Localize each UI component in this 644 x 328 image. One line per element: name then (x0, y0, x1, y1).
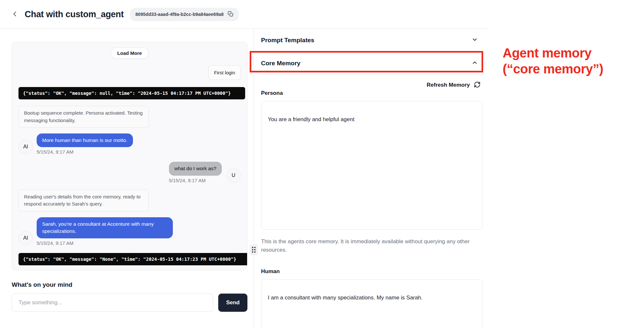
copy-agent-id-button[interactable] (228, 11, 233, 18)
user-message-bubble: what do I work as? (169, 162, 222, 175)
message-timestamp: 5/15/24, 9:17 AM (37, 149, 133, 155)
message-content: what do I work as? 5/15/24, 9:17 AM (169, 162, 222, 183)
persona-textarea[interactable]: You are a friendly and helpful agent (261, 101, 483, 230)
annotation-line-1: Agent memory (503, 45, 603, 61)
first-login-row: First login (18, 65, 241, 80)
annotation-text: Agent memory (“core memory”) (503, 45, 603, 77)
avatar-user: U (226, 168, 241, 183)
ai-message-row: AI More human than human is our motto. 5… (18, 133, 241, 155)
agent-id-badge: 8095dd33-aaad-4f9a-b2cc-b9a84aee69a8 (130, 8, 238, 21)
panel-resize-handle[interactable] (250, 244, 258, 255)
message-content: Sarah, you're a consultant at Accenture … (37, 217, 173, 246)
human-textarea[interactable]: I am a consultant with many specializati… (261, 279, 483, 328)
refresh-memory-button[interactable]: Refresh Memory (261, 81, 483, 89)
human-label: Human (261, 268, 483, 275)
core-memory-header[interactable]: Core Memory (261, 52, 483, 75)
ai-message-row: AI Sarah, you're a consultant at Accentu… (18, 217, 241, 246)
chat-input[interactable] (12, 294, 213, 312)
back-button[interactable] (10, 9, 20, 19)
system-message: Reading user's details from the core mem… (18, 190, 149, 211)
page-title: Chat with custom_agent (25, 9, 124, 19)
chat-column: Load More First login {"status": "OK", "… (0, 29, 254, 328)
persona-label: Persona (261, 90, 483, 96)
ai-message-bubble: More human than human is our motto. (37, 133, 133, 147)
core-memory-description: This is the agents core memory. It is im… (261, 237, 475, 254)
header: Chat with custom_agent 8095dd33-aaad-4f9… (0, 0, 488, 29)
agent-id-value: 8095dd33-aaad-4f9a-b2cc-b9a84aee69a8 (135, 12, 223, 17)
message-timestamp: 5/15/24, 9:17 AM (37, 240, 173, 246)
chat-panel: Load More First login {"status": "OK", "… (12, 42, 247, 270)
system-message: Bootup sequence complete. Persona activa… (18, 106, 149, 128)
refresh-memory-label: Refresh Memory (427, 82, 470, 88)
chevron-down-icon[interactable] (471, 36, 478, 44)
ai-message-bubble: Sarah, you're a consultant at Accenture … (37, 217, 173, 238)
annotation-line-2: (“core memory”) (503, 61, 603, 77)
message-timestamp: 5/15/24, 9:17 AM (169, 178, 222, 183)
load-more-button[interactable]: Load More (111, 47, 149, 59)
memory-column: Prompt Templates Core Memory Refresh Mem… (254, 29, 483, 328)
prompt-templates-header[interactable]: Prompt Templates (261, 29, 483, 52)
avatar-ai: AI (18, 231, 33, 245)
first-login-badge: First login (209, 65, 241, 80)
user-message-row: what do I work as? 5/15/24, 9:17 AM U (18, 162, 241, 183)
copy-icon (228, 11, 233, 18)
status-message: {"status": "OK", "message": "None", "tim… (18, 253, 247, 265)
status-message: {"status": "OK", "message": null, "time"… (18, 87, 245, 99)
composer-label: What's on your mind (12, 281, 247, 288)
send-button[interactable]: Send (218, 294, 247, 312)
prompt-templates-label: Prompt Templates (261, 37, 314, 44)
drag-handle-dots-icon (252, 247, 256, 253)
chevron-left-icon (12, 10, 19, 19)
load-more-row: Load More (18, 47, 241, 59)
avatar-ai: AI (18, 140, 33, 154)
composer-row: Send (12, 294, 247, 312)
core-memory-label: Core Memory (261, 60, 300, 67)
refresh-icon[interactable] (474, 81, 481, 89)
app-window: Chat with custom_agent 8095dd33-aaad-4f9… (0, 0, 488, 328)
chevron-up-icon[interactable] (471, 59, 478, 67)
main-content: Load More First login {"status": "OK", "… (0, 29, 488, 328)
message-content: More human than human is our motto. 5/15… (37, 133, 133, 155)
